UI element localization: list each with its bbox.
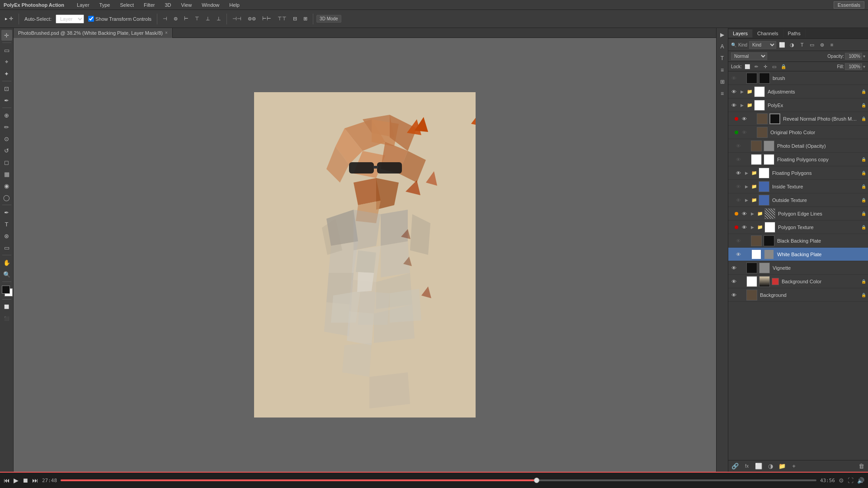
layer-item-brush[interactable]: 👁 brush xyxy=(728,71,868,85)
foreground-color[interactable] xyxy=(2,286,10,294)
layer-mask-btn[interactable]: ⬜ xyxy=(755,462,763,470)
layer-vis-adjustments[interactable]: 👁 xyxy=(730,88,737,95)
lock-all-btn[interactable]: 🔒 xyxy=(780,63,787,70)
play-button[interactable]: ▶ xyxy=(14,477,19,484)
layer-item-floatinggroup[interactable]: 👁 ▶ 📁 Floating Polygons 🔒 xyxy=(728,166,868,180)
layer-vis-blackplate[interactable]: 👁 xyxy=(735,237,742,244)
fill-arrow[interactable]: ▾ xyxy=(863,64,865,69)
lock-pixels-btn[interactable]: ✏ xyxy=(753,63,760,70)
text-tool[interactable]: T xyxy=(1,219,12,230)
menu-type[interactable]: Type xyxy=(98,1,112,9)
layer-expand-outsidetex[interactable]: ▶ xyxy=(743,197,750,203)
healing-tool[interactable]: ⊕ xyxy=(1,110,12,121)
lock-transparent-btn[interactable]: ⬜ xyxy=(744,63,751,70)
tab-paths[interactable]: Paths xyxy=(783,29,806,38)
lock-position-btn[interactable]: ✛ xyxy=(762,63,769,70)
opacity-arrow[interactable]: ▾ xyxy=(863,54,865,59)
brush-tool[interactable]: ✏ xyxy=(1,122,12,132)
layer-link-btn[interactable]: 🔗 xyxy=(731,462,739,470)
layer-vis-edgelines[interactable]: 👁 xyxy=(741,210,748,217)
layer-vis-whiteplate[interactable]: 👁 xyxy=(735,251,742,258)
timeline-thumb[interactable] xyxy=(534,478,539,483)
layer-vis-originalphoto[interactable]: 👁 xyxy=(741,129,748,136)
align-center-h[interactable]: ⊜ xyxy=(171,15,180,23)
layer-vis-bgcolor[interactable]: 👁 xyxy=(730,278,737,285)
eyedropper-tool[interactable]: ✒ xyxy=(1,95,12,106)
audio-icon[interactable]: 🔊 xyxy=(857,477,864,484)
layers-list[interactable]: 👁 brush 👁 ▶ 📁 Adjustments 🔒 xyxy=(728,71,868,460)
path-tool[interactable]: ⊛ xyxy=(1,230,12,241)
layer-delete-btn[interactable]: 🗑 xyxy=(857,462,865,470)
layer-expand-polytex[interactable]: ▶ xyxy=(749,224,755,230)
menu-3d[interactable]: 3D xyxy=(163,1,173,9)
3d-mode-button[interactable]: 3D Mode xyxy=(316,15,341,23)
layer-folder-btn[interactable]: 📁 xyxy=(778,462,786,470)
layer-vis-polyex[interactable]: 👁 xyxy=(730,102,737,109)
hand-tool[interactable]: ✋ xyxy=(1,257,12,268)
move-tool[interactable]: ✛ xyxy=(1,30,12,41)
history-tool[interactable]: ↺ xyxy=(1,145,12,156)
crop-tool[interactable]: ⊡ xyxy=(1,83,12,94)
show-transform-checkbox[interactable] xyxy=(88,16,94,22)
layer-fx-btn[interactable]: fx xyxy=(743,462,751,470)
layer-item-bgcolor[interactable]: 👁 Background Color 🔒 xyxy=(728,275,868,288)
gradient-tool[interactable]: ▦ xyxy=(1,169,12,179)
smartobj-filter-btn[interactable]: ⊛ xyxy=(818,41,826,49)
menu-filter[interactable]: Filter xyxy=(142,1,156,9)
layer-vis-brush[interactable]: 👁 xyxy=(730,75,737,82)
show-transform-label[interactable]: Show Transform Controls xyxy=(86,15,154,23)
filter-toggle-btn[interactable]: ≡ xyxy=(828,41,836,49)
layer-vis-insidetex[interactable]: 👁 xyxy=(735,183,742,190)
layer-adjustment-btn[interactable]: ◑ xyxy=(766,462,774,470)
menu-view[interactable]: View xyxy=(179,1,194,9)
layer-item-reveal[interactable]: 👁 Reveal Normal Photo (Brush Mask) 🔒 xyxy=(728,112,868,126)
layer-vis-polytex[interactable]: 👁 xyxy=(741,224,748,231)
strip-btn-4[interactable]: ≡ xyxy=(717,65,727,75)
skip-forward-button[interactable]: ⏭ xyxy=(32,477,38,484)
layer-item-background[interactable]: 👁 Background 🔒 xyxy=(728,288,868,302)
distribute-center-h[interactable]: ⊜⊜ xyxy=(245,15,258,23)
menu-help[interactable]: Help xyxy=(227,1,241,9)
layer-expand-edgelines[interactable]: ▶ xyxy=(749,211,755,217)
tab-layers[interactable]: Layers xyxy=(728,29,753,38)
clone-tool[interactable]: ⊙ xyxy=(1,133,12,144)
skip-back-button[interactable]: ⏮ xyxy=(4,477,10,484)
layer-add-btn[interactable]: + xyxy=(790,462,798,470)
layer-item-originalphoto[interactable]: 👁 Original Photo Color xyxy=(728,126,868,139)
screen-mode-btn[interactable]: ⬛ xyxy=(1,313,12,324)
shape-filter-btn[interactable]: ▭ xyxy=(808,41,816,49)
quick-select-tool[interactable]: ✦ xyxy=(1,68,12,79)
kind-select[interactable]: Kind xyxy=(749,41,776,49)
layer-item-blackplate[interactable]: 👁 Black Backing Plate xyxy=(728,234,868,248)
canvas-tab[interactable]: PhotoBrushed.psd @ 38.2% (White Backing … xyxy=(14,28,173,38)
eraser-tool[interactable]: ◻ xyxy=(1,157,12,168)
blur-tool[interactable]: ◉ xyxy=(1,180,12,191)
fullscreen-icon[interactable]: ⛶ xyxy=(848,477,854,484)
layer-item-polytex[interactable]: 👁 ▶ 📁 Polygon Texture 🔒 xyxy=(728,221,868,234)
layer-item-adjustments[interactable]: 👁 ▶ 📁 Adjustments 🔒 xyxy=(728,85,868,99)
quick-mask-btn[interactable]: ⬜ xyxy=(1,301,12,312)
adjustment-filter-btn[interactable]: ◑ xyxy=(788,41,796,49)
settings-icon[interactable]: ⚙ xyxy=(839,477,844,484)
canvas-viewport[interactable]: ✛ xyxy=(14,38,716,472)
distribute-top[interactable]: ⊤⊤ xyxy=(275,15,289,23)
timeline-bar[interactable] xyxy=(61,479,816,481)
lasso-tool[interactable]: ⌖ xyxy=(1,56,12,67)
blend-mode-select[interactable]: Normal Multiply Screen Overlay xyxy=(731,52,767,60)
menu-window[interactable]: Window xyxy=(200,1,221,9)
layer-vis-floatinggroup[interactable]: 👁 xyxy=(735,169,742,177)
pixel-filter-btn[interactable]: ⬜ xyxy=(778,41,786,49)
tab-close-button[interactable]: × xyxy=(165,30,168,35)
type-filter-btn[interactable]: T xyxy=(798,41,806,49)
distribute-bottom[interactable]: ⊞ xyxy=(301,15,310,23)
strip-btn-6[interactable]: ≡ xyxy=(717,89,727,99)
layer-item-edgelines[interactable]: 👁 ▶ 📁 Polygon Edge Lines 🔒 xyxy=(728,207,868,221)
menu-layer[interactable]: Layer xyxy=(75,1,91,9)
pen-tool[interactable]: ✒ xyxy=(1,207,12,218)
opacity-input[interactable] xyxy=(845,53,862,60)
align-right[interactable]: ⊢ xyxy=(182,15,191,23)
menu-select[interactable]: Select xyxy=(118,1,136,9)
lock-artboard-btn[interactable]: ▭ xyxy=(771,63,778,70)
layer-vis-reveal[interactable]: 👁 xyxy=(741,115,748,122)
dodge-tool[interactable]: ◯ xyxy=(1,192,12,203)
